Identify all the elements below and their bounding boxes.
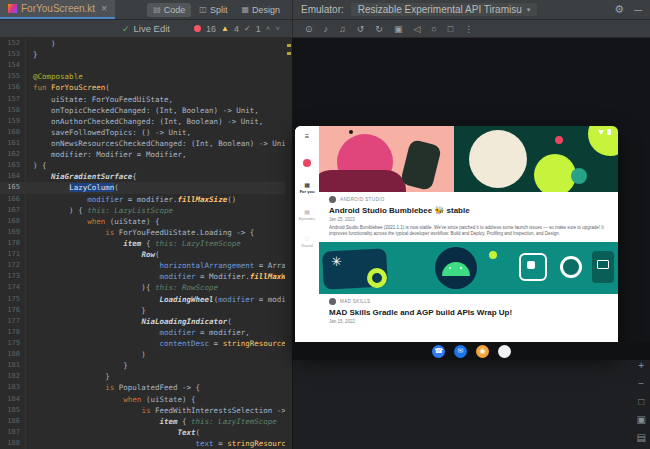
nav-item-for-you[interactable]: ▦For you: [299, 181, 315, 194]
warning-stripe-mark[interactable]: [287, 52, 291, 55]
article-banner-image[interactable]: ✳: [319, 242, 618, 294]
editor-tab-foryouscreen[interactable]: ForYouScreen.kt ×: [0, 0, 115, 19]
fit-screen-icon[interactable]: □: [638, 396, 644, 407]
device-selector-dropdown[interactable]: Resizable Experimental API Tiramisu ▾: [351, 3, 537, 16]
robot-eye: [460, 267, 462, 269]
layout-icon[interactable]: ▤: [637, 432, 646, 443]
news-article-mad-skills[interactable]: MAD SKILLS MAD Skills Gradle and AGP bui…: [319, 294, 618, 326]
gear-icon[interactable]: ⚙: [614, 3, 624, 16]
next-problem-icon[interactable]: ˅: [275, 24, 280, 33]
now-in-android-app-window[interactable]: ≡ ▦For you▤Episodes♡Saved: [295, 126, 618, 352]
code-line[interactable]: 162 modifier: Modifier = Modifier,: [0, 149, 292, 160]
tab-close-icon[interactable]: ×: [101, 3, 107, 14]
nav-item-episodes[interactable]: ▤Episodes: [299, 208, 315, 221]
more-icon[interactable]: ⋮: [464, 24, 473, 34]
nav-item-icon: ♡: [304, 235, 309, 242]
hero-hand-phone-shape: [400, 139, 442, 191]
hero-teal-dot: [571, 168, 587, 184]
line-number: 187: [0, 427, 26, 438]
code-line[interactable]: 152 ): [0, 38, 292, 49]
line-number: 158: [0, 105, 26, 116]
code-line[interactable]: 178 modifier = modifier,: [0, 327, 292, 338]
code-editor[interactable]: 152 )153}154155@Composable156fun ForYouS…: [0, 38, 292, 449]
mode-design-button[interactable]: ▦Design: [235, 3, 286, 17]
article-date: Jan 25, 2022: [329, 217, 608, 222]
code-line[interactable]: 187 Text(: [0, 427, 292, 438]
code-line[interactable]: 168 when (uiState) {: [0, 216, 292, 227]
code-line[interactable]: 153}: [0, 49, 292, 60]
back-icon[interactable]: ◁: [413, 24, 420, 34]
code-line[interactable]: 184 when (uiState) {: [0, 394, 292, 405]
code-line[interactable]: 166 modifier = modifier.fillMaxSize(): [0, 194, 292, 205]
code-lines: 152 )153}154155@Composable156fun ForYouS…: [0, 38, 292, 449]
screenshot-tool-icon[interactable]: ▣: [637, 414, 646, 425]
editor-error-stripe[interactable]: [285, 38, 292, 449]
prev-problem-icon[interactable]: ˄: [266, 24, 271, 33]
code-line[interactable]: 186 item { this: LazyItemScope: [0, 416, 292, 427]
code-line[interactable]: 157 uiState: ForYouFeedUiState,: [0, 94, 292, 105]
error-icon: [194, 25, 201, 32]
mode-split-button[interactable]: ◫Split: [193, 3, 233, 17]
code-line[interactable]: 155@Composable: [0, 71, 292, 82]
zoom-out-icon[interactable]: −: [638, 378, 644, 389]
line-number: 155: [0, 71, 26, 82]
code-line[interactable]: 154: [0, 60, 292, 71]
mode-code-button[interactable]: ▤Code: [147, 3, 191, 17]
menu-icon[interactable]: ≡: [305, 132, 310, 141]
line-number: 152: [0, 38, 26, 49]
code-line[interactable]: 159 onAuthorCheckedChanged: (Int, Boolea…: [0, 116, 292, 127]
live-edit-indicator[interactable]: ✓ Live Edit: [122, 23, 170, 34]
code-line[interactable]: 175 LoadingWheel(modifier = modifier: [0, 294, 292, 305]
code-line[interactable]: 160 saveFollowedTopics: () -> Unit,: [0, 127, 292, 138]
nav-item-saved[interactable]: ♡Saved: [299, 235, 315, 248]
code-line[interactable]: 161 onNewsResourcesCheckedChanged: (Int,…: [0, 138, 292, 149]
line-number: 166: [0, 194, 26, 205]
rotate-left-icon[interactable]: ↺: [357, 24, 365, 34]
apps-icon[interactable]: [498, 345, 511, 358]
line-number: 181: [0, 360, 26, 371]
account-avatar[interactable]: [303, 159, 311, 167]
volume-up-icon[interactable]: ♫: [339, 24, 346, 34]
emulator-panel: ≡ ▦For you▤Episodes♡Saved: [292, 38, 650, 449]
zoom-in-icon[interactable]: +: [638, 360, 644, 371]
code-line[interactable]: 163) {: [0, 160, 292, 171]
code-line[interactable]: 180 ): [0, 349, 292, 360]
code-line[interactable]: 185 is FeedWithInterestsSelection -> {: [0, 405, 292, 416]
code-line[interactable]: 181 }: [0, 360, 292, 371]
code-line[interactable]: 177 NiaLoadingIndicator(: [0, 316, 292, 327]
screenshot-icon[interactable]: ▣: [394, 24, 403, 34]
code-line[interactable]: 169 is ForYouFeedUiState.Loading -> {: [0, 227, 292, 238]
code-line[interactable]: 176 }: [0, 305, 292, 316]
overview-icon[interactable]: □: [448, 24, 453, 34]
phone-icon[interactable]: ☎: [432, 345, 445, 358]
inspections-widget[interactable]: 16 ▲ 4 ✓ 1 ˄ ˅: [194, 20, 280, 37]
camera-icon[interactable]: ◉: [476, 345, 489, 358]
rotate-right-icon[interactable]: ↻: [375, 24, 383, 34]
messages-icon[interactable]: ✉: [454, 345, 467, 358]
author-row: ANDROID STUDIO: [329, 196, 608, 203]
power-icon[interactable]: ⊙: [305, 24, 313, 34]
emulator-display[interactable]: ≡ ▦For you▤Episodes♡Saved: [293, 38, 650, 360]
home-icon[interactable]: ○: [431, 24, 436, 34]
code-line[interactable]: 164 NiaGradientSurface{: [0, 171, 292, 182]
code-line[interactable]: 183 is PopulatedFeed -> {: [0, 382, 292, 393]
code-line[interactable]: 179 contentDesc = stringResource(id: [0, 338, 292, 349]
code-line[interactable]: 165 LazyColumn(: [0, 182, 292, 193]
code-line[interactable]: 170 item { this: LazyItemScope: [0, 238, 292, 249]
code-line[interactable]: 171 Row(: [0, 249, 292, 260]
editor-mode-switch: ▤Code ◫Split ▦Design: [147, 0, 292, 19]
news-article-bumblebee[interactable]: ANDROID STUDIO Android Studio Bumblebee …: [319, 192, 618, 239]
code-line[interactable]: 172 horizontalArrangement = Arrangement.…: [0, 260, 292, 271]
code-line[interactable]: 188 text = stringResource(: [0, 438, 292, 449]
code-line[interactable]: 158 onTopicCheckedChanged: (Int, Boolean…: [0, 105, 292, 116]
warning-stripe-mark[interactable]: [287, 44, 291, 47]
code-line[interactable]: 174 ){ this: RowScope: [0, 282, 292, 293]
line-number: 177: [0, 316, 26, 327]
hero-cream-circle: [469, 130, 527, 188]
code-line[interactable]: 156fun ForYouScreen(: [0, 82, 292, 93]
code-line[interactable]: 182 }: [0, 371, 292, 382]
volume-down-icon[interactable]: ♪: [324, 24, 329, 34]
code-line[interactable]: 173 modifier = Modifier.fillMaxWidth(),: [0, 271, 292, 282]
hide-panel-icon[interactable]: ─: [634, 4, 642, 16]
code-line[interactable]: 167 ) { this: LazyListScope: [0, 205, 292, 216]
